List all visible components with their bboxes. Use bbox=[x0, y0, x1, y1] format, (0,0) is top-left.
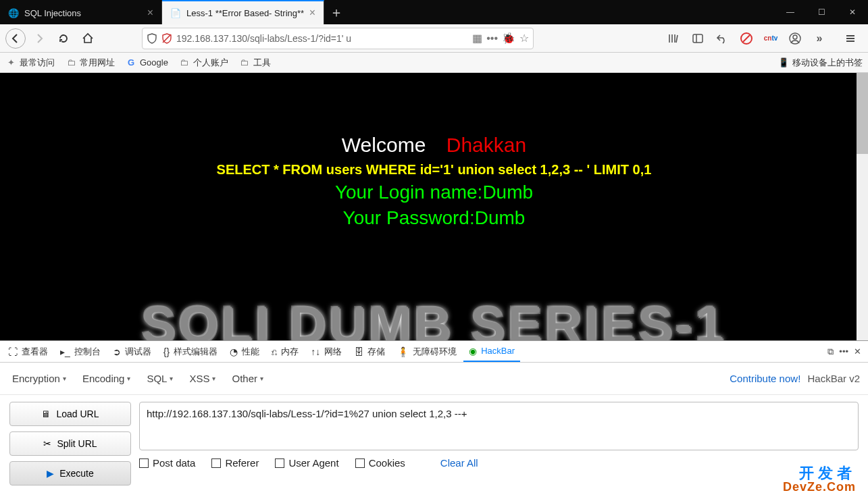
close-window-button[interactable]: ✕ bbox=[837, 0, 868, 24]
menu-encryption[interactable]: Encryption▾ bbox=[8, 370, 70, 387]
toolbar-right: cntv » bbox=[661, 28, 863, 49]
maximize-button[interactable]: ☐ bbox=[806, 0, 837, 24]
folder-icon: 🗀 bbox=[179, 57, 190, 68]
inspector-icon: ⛶ bbox=[8, 346, 18, 357]
qr-icon[interactable]: ▦ bbox=[472, 32, 482, 45]
undo-icon[interactable] bbox=[710, 28, 734, 49]
scrollbar-thumb[interactable] bbox=[857, 73, 868, 154]
noscript-icon[interactable] bbox=[734, 28, 759, 49]
bug-icon[interactable]: 🐞 bbox=[502, 32, 515, 45]
caret-down-icon: ▾ bbox=[212, 375, 215, 382]
check-useragent[interactable]: User Agent bbox=[275, 457, 338, 469]
menu-sql[interactable]: SQL▾ bbox=[143, 370, 177, 387]
tab-less-1[interactable]: 📄 Less-1 **Error Based- String** × bbox=[162, 0, 324, 24]
load-icon: 🖥 bbox=[41, 409, 51, 419]
page-content: Welcome Dhakkan SELECT * FROM users WHER… bbox=[0, 73, 868, 340]
bm-label: 工具 bbox=[253, 57, 271, 69]
console-icon: ▸_ bbox=[60, 346, 70, 357]
hackbar-icon: ◉ bbox=[469, 346, 477, 357]
tab-sql-injections[interactable]: 🌐 SQL Injections × bbox=[0, 0, 162, 24]
network-icon: ↑↓ bbox=[311, 346, 320, 357]
devtab-hackbar[interactable]: ◉HackBar bbox=[463, 341, 520, 362]
kebab-icon[interactable]: ••• bbox=[839, 346, 848, 357]
close-icon[interactable]: × bbox=[147, 7, 153, 19]
library-icon[interactable] bbox=[661, 28, 686, 49]
check-cookies[interactable]: Cookies bbox=[355, 457, 405, 469]
devtab-memory[interactable]: ⎌内存 bbox=[266, 341, 304, 362]
devtab-inspector[interactable]: ⛶查看器 bbox=[3, 341, 53, 362]
a11y-icon: 🧍 bbox=[397, 346, 409, 357]
tracking-off-icon[interactable] bbox=[161, 33, 172, 44]
caret-down-icon: ▾ bbox=[170, 375, 173, 382]
bm-label: 移动设备上的书签 bbox=[792, 57, 863, 69]
overflow-icon[interactable]: » bbox=[807, 28, 832, 49]
menu-encoding[interactable]: Encoding▾ bbox=[78, 370, 135, 387]
devtab-console[interactable]: ▸_控制台 bbox=[55, 341, 106, 362]
browser-tab-bar: 🌐 SQL Injections × 📄 Less-1 **Error Base… bbox=[0, 0, 868, 24]
scrollbar[interactable] bbox=[857, 73, 868, 340]
bookmarks-bar: ✦ 最常访问 🗀 常用网址 G Google 🗀 个人账户 🗀 工具 📱 移动设… bbox=[0, 53, 868, 73]
checkbox-icon bbox=[211, 458, 221, 468]
minimize-button[interactable]: — bbox=[775, 0, 806, 24]
google-icon: G bbox=[126, 57, 136, 68]
split-url-button[interactable]: ✂Split URL bbox=[9, 431, 131, 456]
star-icon[interactable]: ☆ bbox=[519, 32, 529, 45]
devtab-a11y[interactable]: 🧍无障碍环境 bbox=[392, 341, 462, 362]
check-referer[interactable]: Referer bbox=[211, 457, 259, 469]
bookmark-google[interactable]: G Google bbox=[126, 57, 168, 68]
play-icon: ▶ bbox=[47, 468, 54, 479]
cntv-icon[interactable]: cntv bbox=[759, 28, 783, 49]
close-icon[interactable]: × bbox=[309, 7, 315, 19]
url-input[interactable] bbox=[176, 33, 468, 44]
caret-down-icon: ▾ bbox=[260, 375, 263, 382]
meatball-icon[interactable]: ••• bbox=[486, 32, 498, 45]
password-text: Your Password:Dumb bbox=[0, 207, 868, 229]
new-tab-button[interactable]: ＋ bbox=[324, 0, 349, 24]
execute-button[interactable]: ▶Execute bbox=[9, 461, 131, 485]
dock-icon[interactable]: ⧉ bbox=[827, 346, 834, 357]
checkbox-icon bbox=[275, 458, 284, 468]
checkbox-icon bbox=[355, 458, 365, 468]
devtab-storage[interactable]: 🗄存储 bbox=[349, 341, 390, 362]
svg-line-4 bbox=[743, 35, 750, 42]
bm-label: 常用网址 bbox=[80, 57, 115, 69]
sql-query-text: SELECT * FROM users WHERE id='1' union s… bbox=[0, 162, 868, 178]
devtab-perf[interactable]: ◔性能 bbox=[224, 341, 265, 362]
welcome-text: Welcome bbox=[342, 134, 426, 156]
close-icon[interactable]: ✕ bbox=[854, 346, 861, 357]
perf-icon: ◔ bbox=[230, 346, 238, 357]
bookmark-common-sites[interactable]: 🗀 常用网址 bbox=[66, 57, 115, 69]
url-box[interactable]: ▦ ••• 🐞 ☆ bbox=[142, 28, 534, 49]
bookmark-tools[interactable]: 🗀 工具 bbox=[239, 57, 271, 69]
bookmark-accounts[interactable]: 🗀 个人账户 bbox=[179, 57, 228, 69]
nav-toolbar: ▦ ••• 🐞 ☆ cntv » bbox=[0, 24, 868, 53]
clear-all-link[interactable]: Clear All bbox=[440, 457, 478, 469]
bookmark-most-visited[interactable]: ✦ 最常访问 bbox=[5, 57, 55, 69]
bookmark-mobile[interactable]: 📱 移动设备上的书签 bbox=[778, 57, 863, 69]
menu-other[interactable]: Other▾ bbox=[228, 370, 267, 387]
contribute-link[interactable]: Contribute now! bbox=[730, 373, 800, 384]
hackbar-url-input[interactable]: http://192.168.137.130/sqli-labs/Less-1/… bbox=[139, 402, 859, 450]
menu-xss[interactable]: XSS▾ bbox=[185, 370, 220, 387]
forward-button[interactable] bbox=[28, 28, 50, 49]
bm-label: 个人账户 bbox=[193, 57, 228, 69]
devtab-debugger[interactable]: ➲调试器 bbox=[107, 341, 157, 362]
shield-icon[interactable] bbox=[147, 33, 157, 44]
sidebar-icon[interactable] bbox=[686, 28, 710, 49]
reload-button[interactable] bbox=[53, 28, 74, 49]
load-url-button[interactable]: 🖥Load URL bbox=[9, 402, 131, 426]
tab-title: SQL Injections bbox=[24, 8, 81, 18]
memory-icon: ⎌ bbox=[272, 346, 277, 357]
tab-title: Less-1 **Error Based- String** bbox=[186, 8, 304, 18]
account-icon[interactable] bbox=[783, 28, 807, 49]
devtab-style[interactable]: {}样式编辑器 bbox=[158, 341, 223, 362]
hackbar-options: Post data Referer User Agent Cookies Cle… bbox=[139, 457, 859, 469]
home-button[interactable] bbox=[77, 28, 99, 49]
sparkle-icon: ✦ bbox=[5, 57, 16, 68]
hackbar-menubar: Encryption▾ Encoding▾ SQL▾ XSS▾ Other▾ C… bbox=[0, 363, 868, 395]
window-controls: — ☐ ✕ bbox=[775, 0, 868, 24]
menu-icon[interactable] bbox=[838, 28, 863, 49]
back-button[interactable] bbox=[5, 28, 26, 49]
devtab-network[interactable]: ↑↓网络 bbox=[305, 341, 347, 362]
check-postdata[interactable]: Post data bbox=[139, 457, 195, 469]
